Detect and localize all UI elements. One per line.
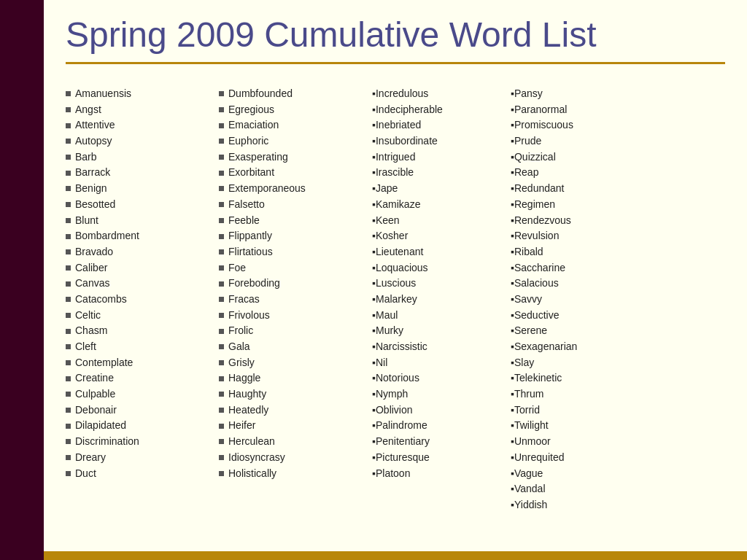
list-item: Dreary bbox=[66, 450, 219, 466]
list-item: Euphoric bbox=[219, 133, 372, 149]
list-item: Bravado bbox=[66, 244, 219, 260]
list-item: Extemporaneous bbox=[219, 181, 372, 197]
list-item: ▪Seductive bbox=[511, 308, 649, 324]
word-label: ▪Savvy bbox=[511, 292, 542, 308]
list-item: ▪Platoon bbox=[372, 466, 511, 482]
word-label: ▪Maul bbox=[372, 308, 398, 324]
list-item: Dilapidated bbox=[66, 418, 219, 434]
word-label: Chasm bbox=[75, 323, 107, 339]
word-label: Dreary bbox=[75, 450, 106, 466]
bullet-icon bbox=[219, 329, 224, 334]
word-label: Extemporaneous bbox=[228, 181, 306, 197]
bullet-icon bbox=[66, 171, 71, 176]
bullet-icon bbox=[219, 281, 224, 287]
word-label: ▪Quizzical bbox=[511, 149, 556, 166]
list-item: Feeble bbox=[219, 213, 372, 229]
word-label: Dilapidated bbox=[75, 418, 126, 434]
list-item: Attentive bbox=[66, 117, 219, 133]
list-item: Angst bbox=[66, 102, 219, 118]
list-item: ▪Twilight bbox=[511, 418, 649, 434]
word-label: Autopsy bbox=[75, 133, 112, 149]
column-1: AmanuensisAngstAttentiveAutopsyBarbBarra… bbox=[66, 86, 219, 545]
word-label: Benign bbox=[75, 181, 107, 197]
word-label: ▪Murky bbox=[372, 323, 403, 339]
list-item: ▪Salacious bbox=[511, 276, 649, 292]
list-item: Egregious bbox=[219, 102, 372, 118]
word-label: ▪Promiscuous bbox=[511, 117, 573, 133]
word-label: Herculean bbox=[228, 434, 275, 450]
list-item: ▪Irascible bbox=[372, 165, 511, 181]
bullet-icon bbox=[66, 139, 71, 144]
word-label: Heifer bbox=[228, 418, 255, 434]
bullet-icon bbox=[66, 107, 71, 112]
word-label: Haughty bbox=[228, 386, 266, 402]
word-label: ▪Malarkey bbox=[372, 292, 417, 308]
list-item: ▪Slay bbox=[511, 355, 649, 371]
bullet-icon bbox=[66, 123, 71, 128]
word-label: Grisly bbox=[228, 355, 255, 371]
list-item: ▪Nymph bbox=[372, 386, 511, 402]
list-item: ▪Loquacious bbox=[372, 260, 511, 276]
list-item: ▪Unrequited bbox=[511, 450, 649, 466]
list-item: Contemplate bbox=[66, 355, 219, 371]
bullet-icon bbox=[219, 360, 224, 365]
bullet-icon bbox=[219, 186, 224, 191]
list-item: ▪Insubordinate bbox=[372, 133, 511, 149]
word-label: Canvas bbox=[75, 276, 109, 292]
word-label: ▪Prude bbox=[511, 133, 541, 149]
word-label: ▪Unrequited bbox=[511, 450, 564, 466]
column-4: ▪Pansy▪Paranormal▪Promiscuous▪Prude▪Quiz… bbox=[511, 86, 649, 545]
word-label: Egregious bbox=[228, 102, 274, 118]
list-item: Discrimination bbox=[66, 434, 219, 450]
word-label: Caliber bbox=[75, 260, 107, 276]
bullet-icon bbox=[66, 329, 71, 334]
list-item: ▪Unmoor bbox=[511, 434, 649, 450]
bullet-icon bbox=[66, 186, 71, 191]
list-item: Fracas bbox=[219, 292, 372, 308]
word-label: ▪Yiddish bbox=[511, 497, 547, 513]
list-item: Dumbfounded bbox=[219, 86, 372, 102]
bullet-icon bbox=[66, 439, 71, 444]
word-label: ▪Kamikaze bbox=[372, 197, 420, 213]
list-item: Heifer bbox=[219, 418, 372, 434]
list-item: Creatine bbox=[66, 370, 219, 386]
column-2: DumbfoundedEgregiousEmaciationEuphoricEx… bbox=[219, 86, 372, 545]
bullet-icon bbox=[66, 471, 71, 476]
word-label: ▪Intrigued bbox=[372, 149, 415, 166]
list-item: ▪Revulsion bbox=[511, 228, 649, 244]
list-item: Amanuensis bbox=[66, 86, 219, 102]
word-label: ▪Oblivion bbox=[372, 402, 413, 419]
list-item: Foe bbox=[219, 260, 372, 276]
word-label: ▪Kosher bbox=[372, 228, 408, 244]
word-label: Dumbfounded bbox=[228, 86, 293, 102]
list-item: ▪Incredulous bbox=[372, 86, 511, 102]
word-label: ▪Regimen bbox=[511, 197, 555, 213]
word-label: Catacombs bbox=[75, 292, 127, 308]
bullet-icon bbox=[219, 408, 224, 413]
list-item: Debonair bbox=[66, 402, 219, 419]
word-label: Attentive bbox=[75, 117, 115, 133]
list-item: Gala bbox=[219, 339, 372, 355]
list-item: Herculean bbox=[219, 434, 372, 450]
word-label: ▪Rendezvous bbox=[511, 213, 571, 229]
bullet-icon bbox=[66, 202, 71, 207]
list-item: Barrack bbox=[66, 165, 219, 181]
list-item: Canvas bbox=[66, 276, 219, 292]
bullet-icon bbox=[219, 424, 224, 429]
list-item: ▪Jape bbox=[372, 181, 511, 197]
word-label: ▪Serene bbox=[511, 323, 547, 339]
list-item: ▪Sexagenarian bbox=[511, 339, 649, 355]
bullet-icon bbox=[219, 218, 224, 223]
word-label: ▪Vandal bbox=[511, 481, 546, 497]
word-label: Falsetto bbox=[228, 197, 265, 213]
list-item: Falsetto bbox=[219, 197, 372, 213]
bullet-icon bbox=[219, 439, 224, 444]
content: Spring 2009 Cumulative Word List Amanuen… bbox=[44, 0, 747, 560]
list-item: ▪Paranormal bbox=[511, 102, 649, 118]
list-item: Besotted bbox=[66, 197, 219, 213]
list-item: Blunt bbox=[66, 213, 219, 229]
word-label: ▪Palindrome bbox=[372, 418, 427, 434]
word-label: Euphoric bbox=[228, 133, 268, 149]
page-title: Spring 2009 Cumulative Word List bbox=[66, 15, 725, 64]
word-label: ▪Saccharine bbox=[511, 260, 565, 276]
